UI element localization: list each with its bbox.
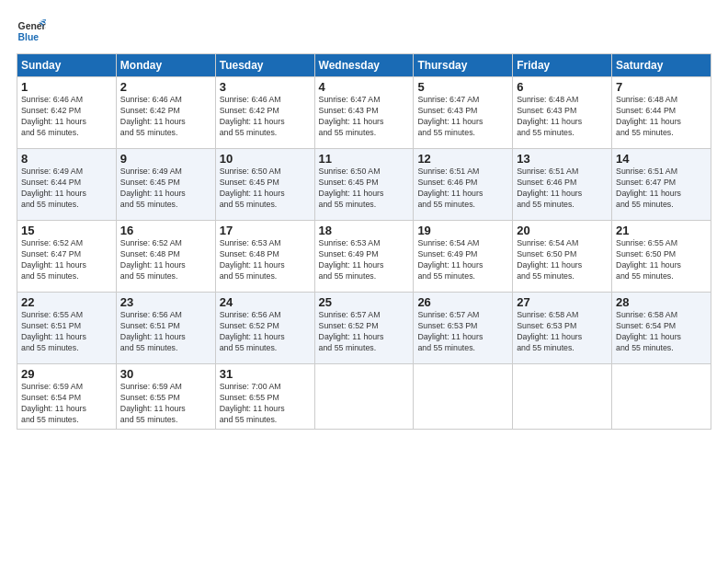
day-info: Sunrise: 6:51 AMSunset: 6:46 PMDaylight:…	[517, 167, 608, 211]
calendar-cell: 20Sunrise: 6:54 AMSunset: 6:50 PMDayligh…	[513, 221, 612, 293]
day-info: Sunrise: 6:53 AMSunset: 6:48 PMDaylight:…	[220, 238, 311, 282]
day-number: 30	[120, 367, 211, 381]
day-number: 15	[21, 224, 112, 237]
day-number: 25	[319, 295, 410, 309]
day-info: Sunrise: 6:54 AMSunset: 6:49 PMDaylight:…	[417, 238, 508, 282]
calendar-cell: 23Sunrise: 6:56 AMSunset: 6:51 PMDayligh…	[116, 293, 215, 364]
day-number: 26	[417, 295, 508, 309]
calendar-cell: 3Sunrise: 6:46 AMSunset: 6:42 PMDaylight…	[215, 77, 314, 149]
day-number: 6	[517, 80, 608, 94]
day-of-week-header: Monday	[116, 54, 215, 77]
calendar-cell: 13Sunrise: 6:51 AMSunset: 6:46 PMDayligh…	[513, 149, 612, 221]
day-number: 5	[417, 80, 508, 94]
calendar-header-row: SundayMondayTuesdayWednesdayThursdayFrid…	[17, 54, 711, 77]
day-of-week-header: Tuesday	[215, 54, 314, 77]
day-number: 17	[220, 224, 311, 237]
day-number: 8	[21, 152, 112, 166]
day-number: 2	[120, 80, 211, 94]
day-info: Sunrise: 6:52 AMSunset: 6:47 PMDaylight:…	[21, 238, 112, 282]
day-info: Sunrise: 6:57 AMSunset: 6:52 PMDaylight:…	[319, 310, 410, 354]
day-info: Sunrise: 6:47 AMSunset: 6:43 PMDaylight:…	[417, 95, 508, 139]
calendar-cell	[414, 364, 513, 430]
day-info: Sunrise: 6:51 AMSunset: 6:47 PMDaylight:…	[616, 167, 707, 211]
calendar-table: SundayMondayTuesdayWednesdayThursdayFrid…	[17, 53, 711, 430]
day-number: 23	[120, 295, 211, 309]
calendar-cell: 28Sunrise: 6:58 AMSunset: 6:54 PMDayligh…	[612, 293, 711, 364]
calendar-cell	[612, 364, 711, 430]
day-of-week-header: Thursday	[414, 54, 513, 77]
day-number: 1	[21, 80, 112, 94]
calendar-week-row: 1Sunrise: 6:46 AMSunset: 6:42 PMDaylight…	[17, 77, 711, 149]
svg-text:Blue: Blue	[18, 32, 40, 42]
day-info: Sunrise: 6:50 AMSunset: 6:45 PMDaylight:…	[319, 167, 410, 211]
calendar-cell: 6Sunrise: 6:48 AMSunset: 6:43 PMDaylight…	[513, 77, 612, 149]
calendar-cell: 12Sunrise: 6:51 AMSunset: 6:46 PMDayligh…	[414, 149, 513, 221]
day-info: Sunrise: 7:00 AMSunset: 6:55 PMDaylight:…	[220, 382, 311, 426]
day-of-week-header: Saturday	[612, 54, 711, 77]
day-number: 9	[120, 152, 211, 166]
day-info: Sunrise: 6:52 AMSunset: 6:48 PMDaylight:…	[120, 238, 211, 282]
day-info: Sunrise: 6:59 AMSunset: 6:55 PMDaylight:…	[120, 382, 211, 426]
calendar-cell: 14Sunrise: 6:51 AMSunset: 6:47 PMDayligh…	[612, 149, 711, 221]
day-number: 21	[616, 224, 707, 237]
calendar-cell: 17Sunrise: 6:53 AMSunset: 6:48 PMDayligh…	[215, 221, 314, 293]
day-number: 19	[417, 224, 508, 237]
day-number: 22	[21, 295, 112, 309]
day-number: 7	[616, 80, 707, 94]
day-info: Sunrise: 6:50 AMSunset: 6:45 PMDaylight:…	[220, 167, 311, 211]
calendar-cell: 25Sunrise: 6:57 AMSunset: 6:52 PMDayligh…	[314, 293, 414, 364]
day-number: 3	[220, 80, 311, 94]
calendar-cell: 16Sunrise: 6:52 AMSunset: 6:48 PMDayligh…	[116, 221, 215, 293]
day-info: Sunrise: 6:53 AMSunset: 6:49 PMDaylight:…	[319, 238, 410, 282]
calendar-cell: 31Sunrise: 7:00 AMSunset: 6:55 PMDayligh…	[215, 364, 314, 430]
calendar-body: 1Sunrise: 6:46 AMSunset: 6:42 PMDaylight…	[17, 77, 711, 430]
day-info: Sunrise: 6:58 AMSunset: 6:54 PMDaylight:…	[616, 310, 707, 354]
day-number: 11	[319, 152, 410, 166]
day-info: Sunrise: 6:55 AMSunset: 6:51 PMDaylight:…	[21, 310, 112, 354]
day-info: Sunrise: 6:58 AMSunset: 6:53 PMDaylight:…	[517, 310, 608, 354]
logo-icon: General Blue	[17, 17, 46, 46]
day-info: Sunrise: 6:56 AMSunset: 6:52 PMDaylight:…	[220, 310, 311, 354]
calendar-cell: 4Sunrise: 6:47 AMSunset: 6:43 PMDaylight…	[314, 77, 414, 149]
day-number: 28	[616, 295, 707, 309]
day-info: Sunrise: 6:56 AMSunset: 6:51 PMDaylight:…	[120, 310, 211, 354]
day-info: Sunrise: 6:54 AMSunset: 6:50 PMDaylight:…	[517, 238, 608, 282]
calendar-cell: 21Sunrise: 6:55 AMSunset: 6:50 PMDayligh…	[612, 221, 711, 293]
day-info: Sunrise: 6:51 AMSunset: 6:46 PMDaylight:…	[417, 167, 508, 211]
calendar-cell: 30Sunrise: 6:59 AMSunset: 6:55 PMDayligh…	[116, 364, 215, 430]
calendar-cell: 29Sunrise: 6:59 AMSunset: 6:54 PMDayligh…	[17, 364, 117, 430]
calendar-cell: 24Sunrise: 6:56 AMSunset: 6:52 PMDayligh…	[215, 293, 314, 364]
day-info: Sunrise: 6:47 AMSunset: 6:43 PMDaylight:…	[319, 95, 410, 139]
day-of-week-header: Wednesday	[314, 54, 414, 77]
calendar-cell: 22Sunrise: 6:55 AMSunset: 6:51 PMDayligh…	[17, 293, 117, 364]
day-info: Sunrise: 6:46 AMSunset: 6:42 PMDaylight:…	[120, 95, 211, 139]
day-info: Sunrise: 6:46 AMSunset: 6:42 PMDaylight:…	[21, 95, 112, 139]
day-number: 13	[517, 152, 608, 166]
day-number: 20	[517, 224, 608, 237]
day-info: Sunrise: 6:49 AMSunset: 6:44 PMDaylight:…	[21, 167, 112, 211]
day-info: Sunrise: 6:49 AMSunset: 6:45 PMDaylight:…	[120, 167, 211, 211]
calendar-cell	[513, 364, 612, 430]
day-number: 27	[517, 295, 608, 309]
day-info: Sunrise: 6:59 AMSunset: 6:54 PMDaylight:…	[21, 382, 112, 426]
day-info: Sunrise: 6:48 AMSunset: 6:44 PMDaylight:…	[616, 95, 707, 139]
day-number: 10	[220, 152, 311, 166]
calendar-week-row: 15Sunrise: 6:52 AMSunset: 6:47 PMDayligh…	[17, 221, 711, 293]
calendar-cell: 15Sunrise: 6:52 AMSunset: 6:47 PMDayligh…	[17, 221, 117, 293]
calendar-cell: 1Sunrise: 6:46 AMSunset: 6:42 PMDaylight…	[17, 77, 117, 149]
day-number: 24	[220, 295, 311, 309]
calendar-week-row: 29Sunrise: 6:59 AMSunset: 6:54 PMDayligh…	[17, 364, 711, 430]
day-info: Sunrise: 6:55 AMSunset: 6:50 PMDaylight:…	[616, 238, 707, 282]
day-number: 29	[21, 367, 112, 381]
calendar-cell: 18Sunrise: 6:53 AMSunset: 6:49 PMDayligh…	[314, 221, 414, 293]
calendar-cell: 19Sunrise: 6:54 AMSunset: 6:49 PMDayligh…	[414, 221, 513, 293]
day-number: 12	[417, 152, 508, 166]
day-info: Sunrise: 6:48 AMSunset: 6:43 PMDaylight:…	[517, 95, 608, 139]
day-of-week-header: Sunday	[17, 54, 117, 77]
calendar-cell: 11Sunrise: 6:50 AMSunset: 6:45 PMDayligh…	[314, 149, 414, 221]
day-info: Sunrise: 6:46 AMSunset: 6:42 PMDaylight:…	[220, 95, 311, 139]
calendar-week-row: 8Sunrise: 6:49 AMSunset: 6:44 PMDaylight…	[17, 149, 711, 221]
calendar-page: General Blue SundayMondayTuesdayWednesda…	[0, 0, 728, 563]
header: General Blue	[17, 17, 711, 46]
calendar-cell: 9Sunrise: 6:49 AMSunset: 6:45 PMDaylight…	[116, 149, 215, 221]
